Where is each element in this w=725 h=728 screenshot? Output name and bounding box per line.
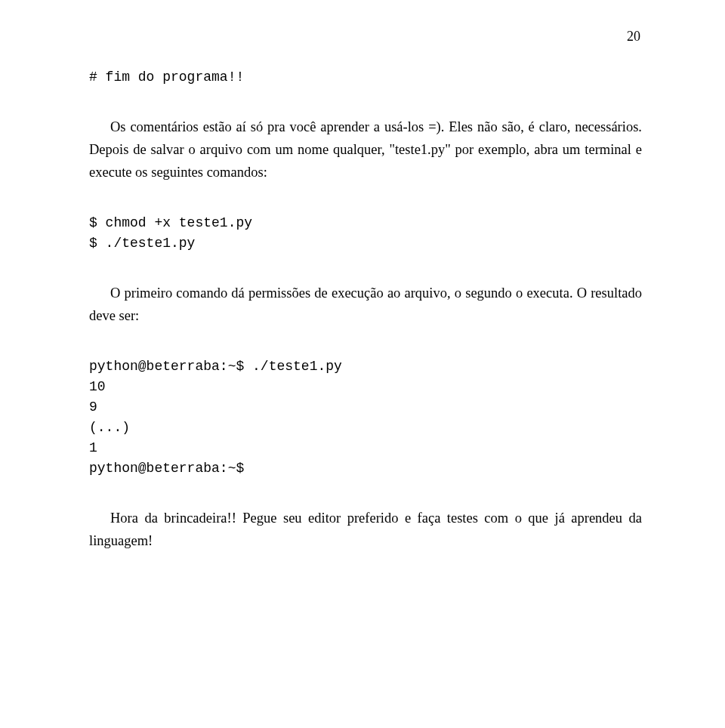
code-line: (...) xyxy=(89,420,130,435)
paragraph-1: Os comentários estão aí só pra você apre… xyxy=(89,116,642,184)
paragraph-3: Hora da brincadeira!! Pegue seu editor p… xyxy=(89,507,642,553)
code-block-2: $ chmod +x teste1.py $ ./teste1.py xyxy=(89,213,642,254)
code-line: python@beterraba:~$ ./teste1.py xyxy=(89,359,342,374)
code-line: 10 xyxy=(89,379,106,394)
paragraph-2: O primeiro comando dá permissões de exec… xyxy=(89,282,642,328)
page-number: 20 xyxy=(89,29,642,45)
code-line: 9 xyxy=(89,399,97,415)
code-line: python@beterraba:~$ xyxy=(89,461,244,476)
code-block-3: python@beterraba:~$ ./teste1.py 10 9 (..… xyxy=(89,356,642,479)
code-line: $ ./teste1.py xyxy=(89,236,195,251)
page-container: 20 # fim do programa!! Os comentários es… xyxy=(0,0,725,583)
code-line: 1 xyxy=(89,440,97,455)
code-block-1: # fim do programa!! xyxy=(89,67,642,88)
code-line: $ chmod +x teste1.py xyxy=(89,215,252,230)
